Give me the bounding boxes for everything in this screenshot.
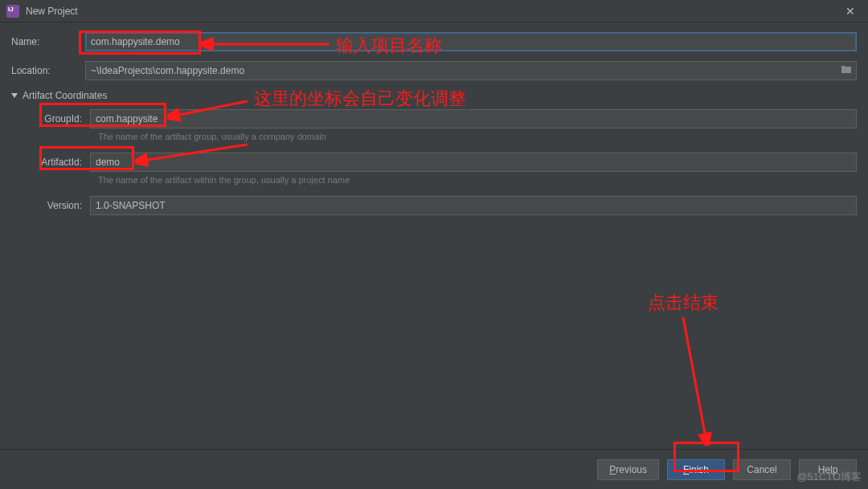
- name-row: Name:: [11, 32, 857, 51]
- chevron-down-icon: [11, 93, 18, 98]
- window-title: New Project: [26, 6, 839, 17]
- cancel-button[interactable]: Cancel: [733, 459, 791, 480]
- artifact-section-title: Artifact Coordinates: [23, 90, 107, 101]
- artifactid-label: ArtifactId:: [35, 157, 90, 168]
- version-label: Version:: [35, 200, 90, 211]
- groupid-row: GroupId:: [35, 109, 857, 128]
- groupid-hint: The name of the artifact group, usually …: [98, 132, 857, 141]
- artifactid-input[interactable]: [90, 153, 857, 172]
- location-input[interactable]: [85, 61, 857, 80]
- app-icon: [6, 5, 19, 18]
- folder-icon[interactable]: [841, 64, 852, 76]
- version-input[interactable]: [90, 196, 857, 215]
- close-icon[interactable]: ✕: [839, 0, 862, 22]
- location-label: Location:: [11, 65, 85, 76]
- artifactid-hint: The name of the artifact within the grou…: [98, 175, 857, 185]
- artifactid-row: ArtifactId:: [35, 153, 857, 172]
- dialog-footer: PPreviousrevious FinishFinish Cancel Hel…: [0, 449, 868, 489]
- groupid-input[interactable]: [90, 109, 857, 128]
- version-row: Version:: [35, 196, 857, 215]
- name-label: Name:: [11, 36, 85, 47]
- location-row: Location:: [11, 61, 857, 80]
- previous-button[interactable]: PPreviousrevious: [597, 459, 659, 480]
- finish-button[interactable]: FinishFinish: [667, 459, 725, 480]
- artifact-section-toggle[interactable]: Artifact Coordinates: [11, 90, 857, 101]
- name-input[interactable]: [85, 32, 857, 51]
- dialog-content: Name: Location: Artifact Coordinates Gro…: [0, 22, 868, 449]
- help-button[interactable]: Help: [799, 459, 857, 480]
- groupid-label: GroupId:: [35, 113, 90, 124]
- titlebar: New Project ✕: [0, 0, 868, 22]
